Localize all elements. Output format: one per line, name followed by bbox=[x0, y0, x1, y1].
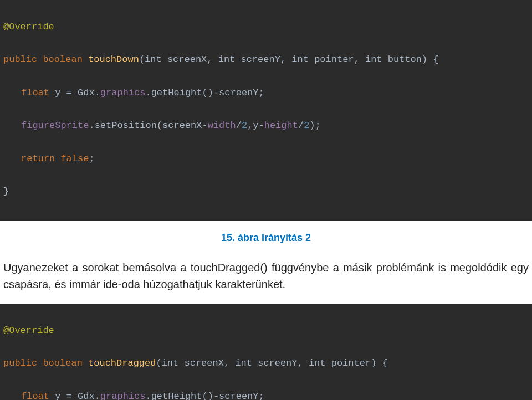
paragraph-1: Ugyanezeket a sorokat bemásolva a touchD… bbox=[0, 259, 532, 293]
annotation-override-2: @Override bbox=[3, 325, 54, 336]
graphics-field: graphics bbox=[100, 88, 146, 98]
method-touchdragged: touchDragged bbox=[88, 358, 156, 368]
setposition-call: setPosition bbox=[95, 120, 157, 131]
code-block-touchdown: @Override public boolean touchDown(int s… bbox=[0, 0, 532, 221]
paragraph-1-text: Ugyanezeket a sorokat bemásolva a touchD… bbox=[3, 261, 529, 290]
annotation-override: @Override bbox=[3, 22, 54, 32]
kw-return: return bbox=[21, 153, 55, 164]
brace-close: } bbox=[3, 186, 9, 197]
params-touchdragged: (int screenX, int screenY, int pointer) … bbox=[156, 358, 387, 368]
var-y: y bbox=[55, 88, 60, 98]
width-field: width bbox=[208, 120, 236, 131]
figuresprite-field: figureSprite bbox=[21, 120, 89, 131]
getheight-call: getHeight bbox=[151, 88, 202, 98]
method-touchdown: touchDown bbox=[88, 54, 139, 65]
kw-false: false bbox=[60, 153, 89, 164]
caption-number: 15. bbox=[221, 232, 235, 243]
params-touchdown: (int screenX, int screenY, int pointer, … bbox=[139, 54, 439, 65]
gdx: Gdx bbox=[78, 88, 95, 98]
kw-public: public bbox=[3, 54, 37, 65]
caption-text: ábra Irányítás 2 bbox=[235, 232, 311, 243]
code-block-touchdragged: @Override public boolean touchDragged(in… bbox=[0, 304, 532, 400]
figure-caption-15: 15. ábra Irányítás 2 bbox=[0, 232, 532, 244]
height-field: height bbox=[264, 120, 298, 131]
screeny: screenY bbox=[219, 88, 258, 98]
kw-float: float bbox=[21, 88, 49, 98]
kw-boolean: boolean bbox=[43, 54, 82, 65]
